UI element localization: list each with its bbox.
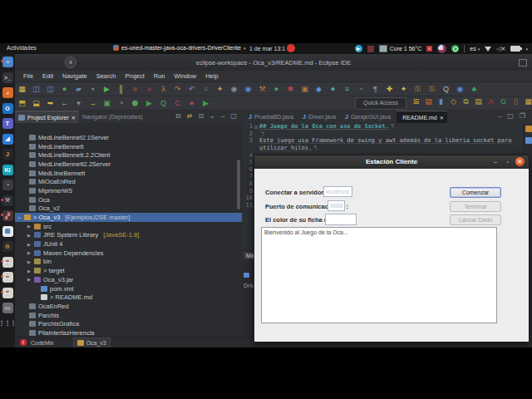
fast-view-oca-v3[interactable]: Oca_v3 [73, 337, 111, 348]
java-app-window-icon[interactable]: ☕ [2, 257, 13, 268]
editor-tab[interactable]: J Driver.java [299, 111, 342, 123]
toolbar-icon[interactable]: ↶ [188, 85, 195, 93]
activities-button[interactable]: Actividades [7, 45, 37, 51]
toolbar-icon[interactable]: ✱ [287, 85, 294, 93]
tree-scrollbar[interactable] [237, 160, 240, 209]
port-input[interactable]: 8888 [328, 200, 345, 211]
toolbar-icon[interactable]: ◫ [32, 85, 40, 93]
terminar-button[interactable]: Terminar [450, 201, 501, 212]
keyboard-layout-indicator[interactable]: es ▾ [470, 46, 480, 52]
show-applications-icon[interactable]: ⋮⋮⋮ [2, 318, 13, 329]
notification-badge-icon[interactable]: x [426, 46, 432, 52]
comenzar-button[interactable]: Comenzar [450, 187, 501, 198]
terminal-icon[interactable]: >_ [2, 72, 13, 83]
toolbar-icon[interactable]: ⬣ [131, 99, 139, 107]
archive-icon[interactable]: ▭ [2, 303, 13, 313]
toolbar-icon[interactable]: ◉ [230, 85, 238, 93]
toolbar-icon[interactable]: ➥ [47, 99, 54, 107]
toolbar-icon[interactable]: ▦ [18, 85, 26, 93]
expand-arrow-icon[interactable]: ▶ [27, 277, 32, 282]
codemix-label[interactable]: CodeMix [31, 340, 54, 346]
server-input[interactable]: localhost [323, 186, 352, 197]
perspective-icon[interactable]: A [487, 97, 495, 106]
dev-tool-icon[interactable]: ⚒ [2, 195, 13, 206]
toolbar-icon[interactable]: ✚ [386, 85, 393, 93]
ki-app-icon[interactable]: KI [2, 165, 13, 175]
editor-tab[interactable]: J PruebaBD.java [245, 111, 299, 123]
volume-muted-icon[interactable]: ◁✕ [496, 46, 505, 52]
focused-app-menu[interactable]: es-uned-master-java-oca-drivers-DriverCl… [113, 45, 245, 51]
expand-arrow-icon[interactable]: ▶ [27, 233, 32, 238]
menu-item[interactable]: Project [125, 72, 144, 80]
view-toolbar-icon[interactable]: ‒ [221, 112, 224, 120]
toolbar-icon[interactable]: ▪ [89, 85, 96, 93]
tray-app-icon[interactable] [367, 46, 374, 52]
toolbar-icon[interactable]: ● [273, 85, 280, 93]
remote-desktop-icon[interactable] [437, 44, 446, 53]
toolbar-icon[interactable]: ▰ [75, 85, 82, 93]
tree-item[interactable]: ▶ bin [15, 258, 242, 267]
editor-area-control-icon[interactable]: ▢ [507, 112, 514, 120]
toolbar-icon[interactable]: ≡ [343, 85, 351, 93]
toolbar-icon[interactable]: C [174, 99, 181, 107]
minimized-view-icon[interactable] [525, 126, 532, 132]
toolbar-icon[interactable]: ✦ [216, 85, 224, 93]
window-restore-icon[interactable] [519, 59, 527, 66]
cpu-temp-indicator[interactable]: Core 1 56°C [379, 45, 422, 52]
wifi-icon[interactable] [485, 47, 491, 52]
close-button[interactable]: ✕ [515, 157, 525, 166]
view-toolbar-icon[interactable]: ⊡ [198, 112, 204, 120]
toolbar-icon[interactable]: ▶ [145, 99, 153, 107]
java-app-window-icon[interactable]: ☕ [2, 288, 13, 298]
toolbar-icon[interactable]: ⬓ [32, 99, 40, 107]
minimize-button[interactable]: – [494, 159, 497, 165]
expand-arrow-icon[interactable]: ▶ [27, 268, 32, 273]
perspective-icon[interactable]: ▯ [512, 97, 520, 106]
toolbar-icon[interactable]: ≡ [202, 85, 209, 93]
color-input[interactable] [325, 214, 357, 225]
toolbar-icon[interactable]: ◉ [244, 85, 252, 93]
java-ide-icon[interactable]: J [2, 149, 13, 160]
tree-item[interactable]: > README.md [15, 293, 242, 302]
toolbar-icon[interactable]: ♣ [470, 85, 478, 93]
toolbar-icon[interactable]: ↷ [174, 85, 181, 93]
view-toolbar-icon[interactable]: ⇄ [187, 112, 193, 120]
tree-item[interactable]: ▶ src [15, 222, 242, 231]
media-app-icon[interactable]: ◔ [2, 180, 13, 190]
view-toolbar-icon[interactable]: ⊟ [175, 112, 181, 120]
tree-item[interactable]: pom.xml [15, 284, 242, 293]
expand-arrow-icon[interactable]: ▶ [27, 259, 32, 264]
toolbar-icon[interactable]: ║ [117, 85, 125, 93]
gear-app-icon[interactable]: ⚙ [2, 241, 13, 252]
tree-item[interactable]: ▶ > target [15, 266, 242, 275]
paint-tool-icon[interactable]: ▞ [2, 210, 13, 221]
menu-item[interactable]: Search [96, 72, 116, 80]
perspective-icon[interactable]: ▤ [425, 97, 432, 106]
tree-item[interactable]: ▶ JUnit 4 [15, 239, 242, 249]
toolbar-icon[interactable]: λ [160, 85, 167, 93]
tree-item[interactable]: MedLineBennett.2.2Client [15, 150, 242, 160]
perspective-icon[interactable]: ▦ [525, 97, 532, 106]
toolbar-icon[interactable]: ▾ [75, 99, 82, 107]
java-app-window-icon[interactable]: ☕ [2, 272, 13, 283]
outlook-icon[interactable]: O [2, 103, 13, 114]
menu-item[interactable]: Run [154, 72, 165, 80]
tree-item[interactable]: Parchis [15, 311, 242, 320]
close-icon[interactable]: ✕ [71, 115, 76, 121]
tree-item[interactable]: PilaInterfazHerencia [15, 328, 242, 337]
tree-item[interactable]: MedLineBennett2.2Server [15, 160, 242, 169]
tree-item[interactable]: ▶ Maven Dependencies [15, 249, 242, 258]
maximize-button[interactable]: ▫ [507, 159, 509, 165]
files-icon[interactable]: ≡ [2, 57, 13, 67]
editor-area-control-icon[interactable]: ❐ [520, 112, 525, 120]
toolbar-icon[interactable]: ← [61, 99, 68, 107]
editor-tab[interactable]: J GarajeGUI.java [342, 111, 397, 123]
clock[interactable]: 1 de mar 13:1 [249, 45, 295, 52]
toolbar-icon[interactable]: ▣ [301, 85, 308, 93]
toolbar-icon[interactable]: ⚿ [428, 85, 436, 93]
toolbar-icon[interactable]: ▶ [202, 99, 209, 107]
menu-item[interactable]: Window [175, 72, 197, 80]
editor-area-control-icon[interactable]: ‒ [498, 112, 501, 120]
toolbar-icon[interactable]: ⬒ [18, 99, 26, 107]
chevron-down-icon[interactable]: ▾ [525, 47, 528, 52]
